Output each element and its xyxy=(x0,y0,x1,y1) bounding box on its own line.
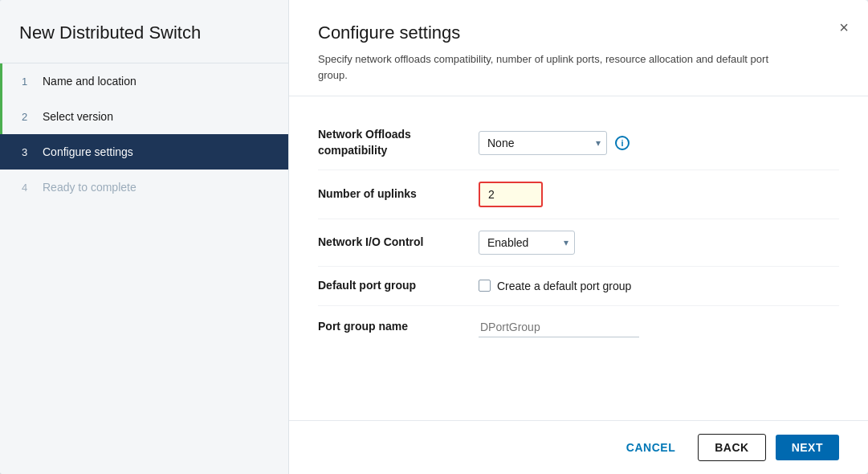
network-offloads-label: Network Offloads compatibility xyxy=(318,127,479,158)
uplinks-control xyxy=(479,182,839,207)
form-body: Network Offloads compatibility None Opti… xyxy=(289,96,868,420)
step-number-1: 1 xyxy=(22,76,35,88)
uplinks-row: Number of uplinks xyxy=(318,170,839,219)
step-number-4: 4 xyxy=(22,182,35,194)
network-offloads-select[interactable]: None Option 1 Option 2 xyxy=(479,131,607,155)
back-button[interactable]: BACK xyxy=(698,434,765,461)
network-io-label: Network I/O Control xyxy=(318,235,479,251)
default-port-group-checkbox-label[interactable]: Create a default port group xyxy=(479,280,631,292)
step-number-3: 3 xyxy=(22,146,35,158)
port-group-name-row: Port group name xyxy=(318,306,839,349)
network-io-control: Enabled Disabled ▾ xyxy=(479,231,839,255)
step-label-4: Ready to complete xyxy=(43,181,137,194)
uplinks-label: Number of uplinks xyxy=(318,186,479,202)
main-content: Configure settings Specify network offlo… xyxy=(289,0,868,474)
step-label-2: Select version xyxy=(43,110,113,123)
wizard-title: New Distributed Switch xyxy=(0,0,288,63)
step-number-2: 2 xyxy=(22,111,35,123)
default-port-group-control: Create a default port group xyxy=(479,280,839,292)
default-port-group-checkbox-text: Create a default port group xyxy=(497,280,631,292)
network-io-select-wrapper: Enabled Disabled ▾ xyxy=(479,231,575,255)
network-offloads-control: None Option 1 Option 2 ▾ i xyxy=(479,131,839,155)
step-item-2[interactable]: 2 Select version xyxy=(0,99,288,134)
step-item-1[interactable]: 1 Name and location xyxy=(0,63,288,99)
default-port-group-label: Default port group xyxy=(318,278,479,294)
next-button[interactable]: NEXT xyxy=(776,435,839,460)
step-item-4: 4 Ready to complete xyxy=(0,170,288,205)
content-title: Configure settings xyxy=(318,22,839,43)
cancel-button[interactable]: CANCEL xyxy=(613,435,688,460)
default-port-group-checkbox[interactable] xyxy=(479,280,491,292)
step-label-1: Name and location xyxy=(43,75,137,88)
uplinks-input[interactable] xyxy=(479,182,543,207)
close-button[interactable]: × xyxy=(839,19,849,35)
port-group-name-control xyxy=(479,317,839,337)
step-item-3[interactable]: 3 Configure settings xyxy=(0,134,288,170)
default-port-group-row: Default port group Create a default port… xyxy=(318,267,839,306)
content-header: Configure settings Specify network offlo… xyxy=(289,0,868,96)
network-offloads-row: Network Offloads compatibility None Opti… xyxy=(318,116,839,170)
network-offloads-info-icon[interactable]: i xyxy=(615,136,630,150)
wizard-sidebar: New Distributed Switch 1 Name and locati… xyxy=(0,0,289,474)
new-distributed-switch-dialog: New Distributed Switch 1 Name and locati… xyxy=(0,0,868,474)
network-io-row: Network I/O Control Enabled Disabled ▾ xyxy=(318,219,839,267)
steps-list: 1 Name and location 2 Select version 3 C… xyxy=(0,63,288,205)
network-io-select[interactable]: Enabled Disabled xyxy=(479,231,575,255)
dialog-footer: CANCEL BACK NEXT xyxy=(289,420,868,474)
network-offloads-select-wrapper: None Option 1 Option 2 ▾ xyxy=(479,131,607,155)
content-description: Specify network offloads compatibility, … xyxy=(318,51,784,83)
port-group-name-label: Port group name xyxy=(318,319,479,335)
port-group-name-input[interactable] xyxy=(479,317,639,337)
step-label-3: Configure settings xyxy=(43,145,133,158)
